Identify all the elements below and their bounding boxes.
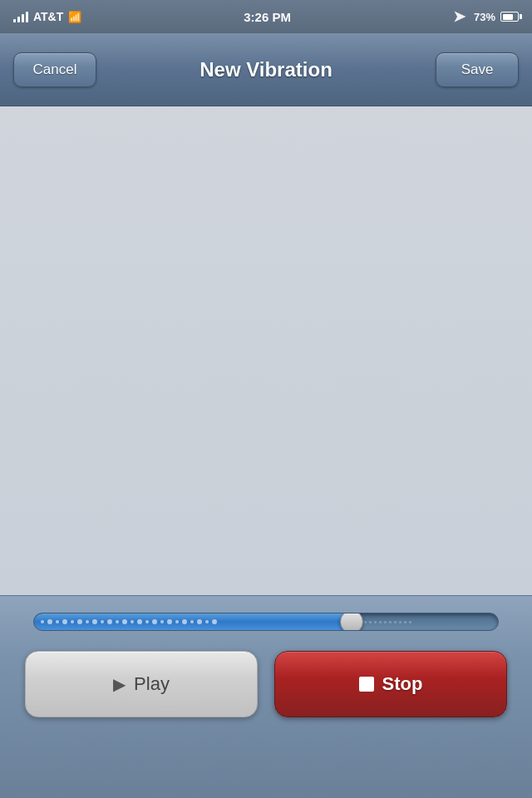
dot-right: [384, 621, 387, 623]
dot: [131, 620, 134, 623]
dot: [77, 619, 82, 624]
dot-right: [389, 621, 392, 623]
dot: [212, 619, 217, 624]
signal-bar-2: [17, 17, 20, 22]
scrubber-right-dots: [349, 613, 498, 630]
dot-right: [374, 621, 377, 623]
stop-button[interactable]: Stop: [274, 651, 507, 717]
dot: [137, 619, 142, 624]
dot-right: [379, 621, 382, 623]
dot: [182, 619, 187, 624]
page-title: New Vibration: [96, 58, 436, 81]
stop-label: Stop: [382, 673, 423, 695]
dot-right: [404, 621, 406, 623]
save-button[interactable]: Save: [436, 52, 519, 87]
dot: [145, 620, 149, 623]
main-content: [0, 106, 532, 595]
buttons-row: ▶ Play Stop: [25, 651, 507, 717]
play-button[interactable]: ▶ Play: [25, 651, 258, 717]
dot: [190, 620, 194, 623]
dot: [107, 619, 112, 624]
status-bar: AT&T 📶 3:26 PM ➤ 73%: [0, 0, 532, 33]
status-time: 3:26 PM: [244, 10, 291, 24]
dot: [167, 619, 172, 624]
dot: [47, 619, 52, 624]
dot-right: [364, 621, 367, 623]
scrubber-container[interactable]: [25, 613, 507, 631]
dot: [62, 619, 67, 624]
status-left: AT&T 📶: [13, 10, 81, 23]
dot: [122, 619, 127, 624]
dot: [86, 620, 89, 623]
dot: [101, 620, 104, 623]
dot-right: [369, 621, 372, 623]
dot: [92, 619, 97, 624]
nav-bar: Cancel New Vibration Save: [0, 33, 532, 106]
scrubber-thumb[interactable]: [340, 613, 363, 631]
signal-bar-4: [26, 12, 28, 22]
dot: [205, 620, 209, 623]
cancel-button[interactable]: Cancel: [13, 52, 96, 87]
signal-bars-icon: [13, 11, 28, 22]
play-icon: ▶: [113, 674, 126, 694]
battery-icon: [500, 12, 519, 22]
carrier-label: AT&T: [33, 10, 63, 23]
dot: [56, 620, 59, 623]
bottom-panel: ▶ Play Stop: [0, 595, 532, 798]
battery-percent: 73%: [474, 11, 495, 23]
wifi-icon: 📶: [68, 11, 81, 23]
dot: [71, 620, 74, 623]
signal-bar-1: [13, 19, 16, 22]
dot: [116, 620, 119, 623]
scrubber-fill: [34, 613, 349, 630]
dot: [160, 620, 164, 623]
scrubber-track[interactable]: [33, 613, 499, 631]
play-label: Play: [134, 673, 170, 695]
navigation-arrow-icon: ➤: [453, 7, 466, 26]
dot-right: [409, 621, 411, 623]
dot-right: [394, 621, 397, 623]
signal-bar-3: [22, 14, 24, 22]
dot: [41, 620, 44, 623]
dot: [197, 619, 202, 624]
dot-right: [399, 621, 401, 623]
dot: [175, 620, 179, 623]
stop-icon: [359, 677, 374, 692]
status-right: ➤ 73%: [453, 7, 519, 26]
dot: [152, 619, 157, 624]
